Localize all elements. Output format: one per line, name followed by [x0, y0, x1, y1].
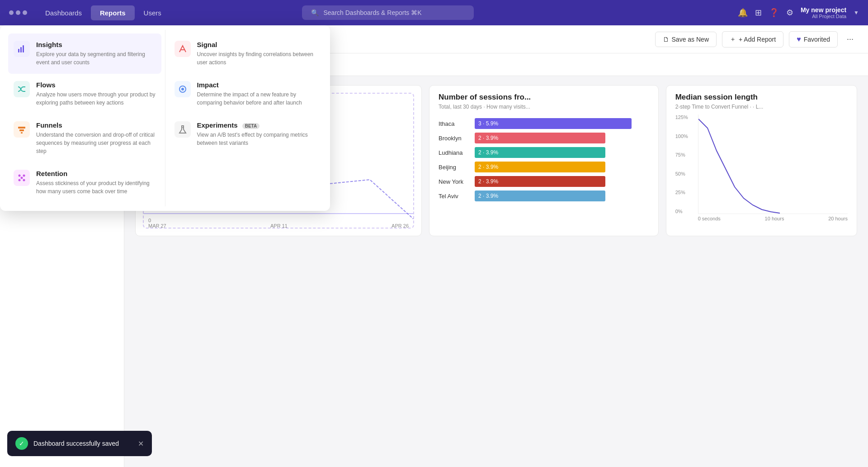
median-line-svg — [698, 114, 848, 214]
city-row-newyork: New York 2 · 3.9% — [439, 176, 649, 187]
favorited-button[interactable]: ♥ Favorited — [789, 31, 838, 48]
toast-close-button[interactable]: ✕ — [138, 439, 144, 448]
city-name-newyork: New York — [439, 178, 470, 185]
city-bar-brooklyn: 2 · 3.9% — [475, 133, 605, 143]
app-dots — [9, 10, 27, 15]
dot-2 — [16, 10, 20, 15]
city-name-brooklyn: Brooklyn — [439, 135, 470, 142]
reports-dropdown: Insights Explore your data by segmenting… — [0, 25, 330, 211]
impact-desc: Determine the impact of a new feature by… — [197, 91, 317, 107]
city-row-ludhiana: Ludhiana 2 · 3.9% — [439, 147, 649, 158]
project-switcher[interactable]: My new project All Project Data — [801, 6, 846, 19]
funnels-text: Funnels Understand the conversion and dr… — [36, 121, 156, 155]
settings-icon[interactable]: ⚙ — [786, 8, 793, 18]
city-bar-container-ithaca: 3 · 5.9% — [475, 118, 649, 129]
signal-icon — [175, 41, 191, 57]
y-label-75: 75% — [675, 152, 688, 157]
dot-3 — [23, 10, 27, 15]
flows-text: Flows Analyze how users move through you… — [36, 81, 156, 107]
menu-item-flows[interactable]: Flows Analyze how users move through you… — [8, 74, 161, 114]
experiments-desc: View an A/B test's effect by comparing m… — [197, 131, 317, 147]
menu-item-experiments[interactable]: Experiments BETA View an A/B test's effe… — [169, 114, 322, 154]
x-label-20h: 20 hours — [828, 216, 848, 221]
menu-item-impact[interactable]: Impact Determine the impact of a new fea… — [169, 74, 322, 114]
chart-card-median: Median session length 2-step Time to Con… — [666, 85, 857, 236]
search-placeholder: Search Dashboards & Reports ⌘K — [323, 9, 421, 16]
toast-message: Dashboard successfully saved — [33, 440, 119, 447]
top-navigation: Dashboards Reports Users 🔍 Search Dashbo… — [0, 0, 868, 25]
median-chart: 125% 100% 75% 50% 25% 0% 0 seconds — [666, 114, 857, 229]
y-axis-labels: 125% 100% 75% 50% 25% 0% — [675, 114, 688, 214]
city-row-telaviv: Tel Aviv 2 · 3.9% — [439, 191, 649, 201]
city-bar-container-newyork: 2 · 3.9% — [475, 176, 649, 187]
add-icon: ＋ — [730, 35, 736, 43]
menu-item-insights[interactable]: Insights Explore your data by segmenting… — [8, 33, 161, 74]
project-name: My new project — [801, 6, 846, 14]
nav-reports[interactable]: Reports — [91, 5, 135, 20]
chevron-down-icon: ▼ — [854, 10, 859, 16]
city-bar-newyork: 2 · 3.9% — [475, 176, 605, 187]
notifications-icon[interactable]: 🔔 — [738, 8, 748, 18]
svg-rect-2 — [23, 45, 24, 52]
city-bar-beijing: 2 · 3.9% — [475, 162, 605, 172]
y-label-0: 0% — [675, 209, 688, 214]
more-options-button[interactable]: ··· — [843, 31, 857, 48]
median-graph-area — [698, 114, 848, 214]
impact-title: Impact — [197, 81, 317, 89]
svg-rect-5 — [21, 132, 23, 133]
menu-item-signal[interactable]: Signal Uncover insights by finding corre… — [169, 33, 322, 74]
city-bar-telaviv: 2 · 3.9% — [475, 191, 605, 201]
nav-right-actions: 🔔 ⊞ ❓ ⚙ My new project All Project Data … — [738, 6, 859, 19]
city-name-ithaca: Ithaca — [439, 120, 470, 127]
signal-desc: Uncover insights by finding correlations… — [197, 50, 317, 67]
city-bar-container-ludhiana: 2 · 3.9% — [475, 147, 649, 158]
heart-icon: ♥ — [797, 35, 801, 43]
save-as-new-button[interactable]: 🗋 Save as New — [655, 32, 717, 47]
save-new-icon: 🗋 — [663, 36, 669, 43]
signal-text: Signal Uncover insights by finding corre… — [197, 41, 317, 67]
funnels-icon — [14, 121, 30, 138]
retention-icon — [14, 170, 30, 186]
nav-dashboards[interactable]: Dashboards — [36, 5, 91, 20]
retention-text: Retention Assess stickiness of your prod… — [36, 170, 156, 195]
city-name-beijing: Beijing — [439, 164, 470, 171]
chart-sessions-header: Number of sessions fro... Total, last 30… — [429, 86, 658, 114]
help-icon[interactable]: ❓ — [769, 8, 779, 18]
city-bar-container-telaviv: 2 · 3.9% — [475, 191, 649, 201]
city-name-telaviv: Tel Aviv — [439, 193, 470, 200]
nav-users[interactable]: Users — [135, 5, 170, 20]
search-bar[interactable]: 🔍 Search Dashboards & Reports ⌘K — [302, 5, 474, 20]
insights-icon — [14, 41, 30, 57]
y-label-100: 100% — [675, 133, 688, 139]
chart-sessions-subtitle: Total, last 30 days · How many visits... — [439, 104, 649, 110]
city-bar-container-brooklyn: 2 · 3.9% — [475, 133, 649, 143]
impact-icon — [175, 81, 191, 97]
dropdown-left-col: Insights Explore your data by segmenting… — [5, 30, 165, 206]
apps-icon[interactable]: ⊞ — [755, 8, 762, 18]
city-bar-ithaca: 3 · 5.9% — [475, 118, 632, 129]
retention-desc: Assess stickiness of your product by ide… — [36, 179, 156, 195]
svg-rect-0 — [18, 49, 19, 52]
flows-icon — [14, 81, 30, 97]
y-label-25: 25% — [675, 190, 688, 195]
search-icon: 🔍 — [311, 9, 319, 16]
chart-sessions-title: Number of sessions fro... — [439, 93, 649, 102]
x-label-0: 0 seconds — [698, 216, 721, 221]
svg-rect-1 — [20, 47, 22, 52]
insights-text: Insights Explore your data by segmenting… — [36, 41, 156, 67]
signal-title: Signal — [197, 41, 317, 48]
toast-check-icon: ✓ — [15, 437, 28, 450]
menu-item-retention[interactable]: Retention Assess stickiness of your prod… — [8, 162, 161, 203]
experiments-text: Experiments BETA View an A/B test's effe… — [197, 121, 317, 147]
menu-item-funnels[interactable]: Funnels Understand the conversion and dr… — [8, 114, 161, 162]
chart-card-sessions: Number of sessions fro... Total, last 30… — [429, 85, 659, 236]
insights-title: Insights — [36, 41, 156, 48]
svg-point-7 — [23, 175, 25, 177]
city-bar-ludhiana: 2 · 3.9% — [475, 147, 605, 158]
add-report-button[interactable]: ＋ + Add Report — [722, 31, 783, 48]
experiments-title: Experiments BETA — [197, 121, 317, 129]
chart-median-title: Median session length — [675, 93, 848, 102]
impact-text: Impact Determine the impact of a new fea… — [197, 81, 317, 107]
favorited-label: Favorited — [804, 36, 830, 43]
svg-point-13 — [181, 88, 184, 91]
